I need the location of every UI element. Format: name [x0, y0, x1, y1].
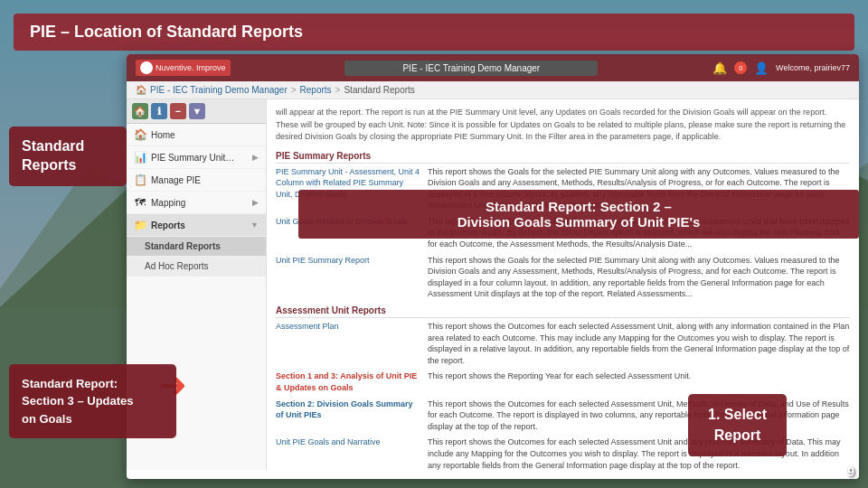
page-number-text: 9 [847, 465, 854, 479]
report-label-6: Section 2: Division Goals Summary of Uni… [276, 399, 420, 433]
select-label1: 1. Select [708, 407, 767, 422]
report-desc-3: This report shows the Goals for the sele… [428, 255, 850, 300]
user-icon[interactable]: 👤 [754, 61, 769, 75]
sidebar-mapping-label: Mapping [151, 198, 185, 208]
logo-text: Nuventive. Improve [156, 63, 226, 72]
welcome-text: Welcome, prairiev77 [776, 63, 850, 73]
section3-line3: on Goals [22, 412, 72, 426]
nav-buttons-row: 🏠 ℹ − ▼ [127, 99, 266, 124]
clipboard-icon: 📋 [134, 174, 146, 186]
nav-btn-minus[interactable]: − [170, 103, 186, 119]
section2-subtitle: Division Goals Summary of Unit PIE's [458, 214, 701, 230]
report-label-7: Unit PIE Goals and Narrative [276, 436, 420, 470]
reports-chevron-icon: ▼ [250, 221, 259, 230]
report-desc-5: This report shows the Reporting Year for… [428, 371, 850, 393]
app-center-bar: PIE - IEC Training Demo Manager [344, 61, 598, 76]
notification-badge: 0 [734, 61, 747, 74]
section3-title: Standard Report: [22, 377, 118, 390]
report-label-5: Section 1 and 3: Analysis of Unit PIE & … [276, 371, 420, 393]
callout-section2: Standard Report: Section 2 – Division Go… [298, 190, 859, 239]
nav-btn-filter[interactable]: ▼ [189, 103, 205, 119]
callout-select-report: 1. Select Report [688, 394, 787, 456]
app-logo: Nuventive. Improve [136, 60, 231, 76]
sidebar-item-home[interactable]: 🏠 Home [127, 124, 266, 146]
sidebar-item-mapping[interactable]: 🗺 Mapping ▶ [127, 192, 266, 214]
sidebar-item-reports[interactable]: 📁 Reports ▼ [127, 214, 266, 237]
chevron-icon: ▶ [252, 153, 259, 162]
title-text: PIE – Location of Standard Reports [30, 23, 303, 41]
slide-title: PIE – Location of Standard Reports [14, 14, 854, 51]
select-label2: Report [714, 427, 761, 443]
home-icon: 🏠 [136, 85, 146, 95]
page-number: 9 [847, 465, 854, 479]
nav-btn-info[interactable]: ℹ [151, 103, 167, 119]
report-desc-4: This report shows the Outcomes for each … [428, 321, 850, 366]
folder-icon: 📁 [134, 219, 146, 231]
center-bar-text: PIE - IEC Training Demo Manager [402, 63, 540, 73]
breadcrumb-current: Standard Reports [344, 85, 414, 95]
sidebar-pie-label: PIE Summary Unit… [151, 153, 234, 163]
section3-subtitle: Section 3 – Updates [22, 394, 134, 408]
sidebar-item-standard-reports[interactable]: Standard Reports [127, 237, 266, 257]
left-labels-container: StandardReports [9, 127, 127, 193]
report-row-5: Section 1 and 3: Analysis of Unit PIE & … [276, 371, 850, 393]
logo-icon [140, 61, 153, 74]
app-topbar: Nuventive. Improve PIE - IEC Training De… [127, 54, 859, 81]
map-icon: 🗺 [134, 196, 146, 209]
assessment-unit-header: Assessment Unit Reports [276, 305, 850, 318]
sidebar-standard-reports-label: Standard Reports [145, 241, 221, 251]
breadcrumb-home[interactable]: PIE - IEC Training Demo Manager [150, 85, 288, 95]
report-label-4: Assessment Plan [276, 321, 420, 366]
app-logo-area: Nuventive. Improve [136, 60, 231, 76]
sidebar-adhoc-label: Ad Hoc Reports [145, 261, 209, 271]
standard-reports-label: StandardReports [9, 127, 127, 186]
sidebar-item-adhoc-reports[interactable]: Ad Hoc Reports [127, 257, 266, 277]
report-row-4: Assessment Plan This report shows the Ou… [276, 321, 850, 366]
app-right-area: 🔔 0 👤 Welcome, prairiev77 [712, 61, 850, 75]
sidebar-manage-label: Manage PIE [151, 175, 201, 185]
bell-icon[interactable]: 🔔 [712, 61, 727, 75]
callout-section3: Standard Report: Section 3 – Updates on … [9, 364, 176, 439]
report-row-3: Unit PIE Summary Report This report show… [276, 255, 850, 300]
breadcrumb-sep2: > [335, 85, 341, 95]
home-sidebar-icon: 🏠 [134, 128, 146, 141]
sidebar-item-manage-pie[interactable]: 📋 Manage PIE [127, 169, 266, 192]
report-intro-text: will appear at the report. The report is… [276, 107, 850, 144]
sidebar-home-label: Home [151, 130, 175, 140]
breadcrumb: 🏠 PIE - IEC Training Demo Manager > Repo… [127, 81, 859, 99]
sidebar-reports-label: Reports [151, 221, 185, 230]
breadcrumb-sep1: > [291, 85, 297, 95]
pie-summary-header: PIE Summary Reports [276, 151, 850, 164]
report-label-3: Unit PIE Summary Report [276, 255, 420, 300]
sidebar-item-pie-summary[interactable]: 📊 PIE Summary Unit… ▶ [127, 146, 266, 169]
section2-title: Standard Report: Section 2 – [486, 199, 672, 214]
nav-btn-home[interactable]: 🏠 [132, 103, 148, 119]
breadcrumb-reports[interactable]: Reports [300, 85, 332, 95]
map-chevron-icon: ▶ [252, 198, 259, 207]
chart-icon: 📊 [134, 151, 146, 164]
